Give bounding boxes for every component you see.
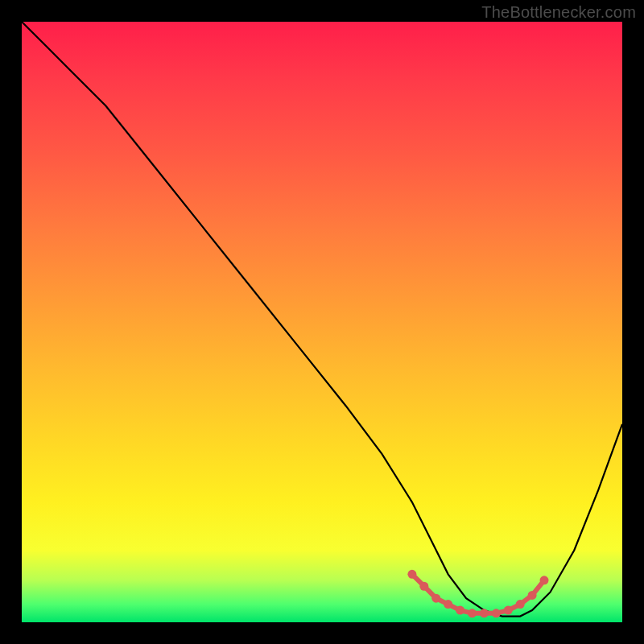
watermark-text: TheBottlenecker.com [481, 3, 636, 22]
marker-dot [468, 609, 477, 617]
marker-dot [480, 609, 489, 617]
optimal-range-markers [407, 570, 548, 617]
marker-dot [516, 600, 525, 609]
marker-dot [456, 606, 464, 615]
marker-dot [407, 570, 416, 579]
marker-dot [431, 594, 440, 603]
curve-svg [22, 22, 622, 622]
marker-dot [528, 591, 537, 600]
marker-dot [444, 600, 452, 609]
bottleneck-curve-path [22, 22, 622, 617]
gradient-plot-area [22, 22, 622, 622]
marker-dot [419, 582, 428, 591]
marker-dot [492, 609, 501, 617]
chart-frame: TheBottlenecker.com [0, 0, 644, 644]
marker-connector [412, 574, 544, 613]
marker-dot [504, 606, 513, 615]
marker-dot [540, 576, 549, 584]
